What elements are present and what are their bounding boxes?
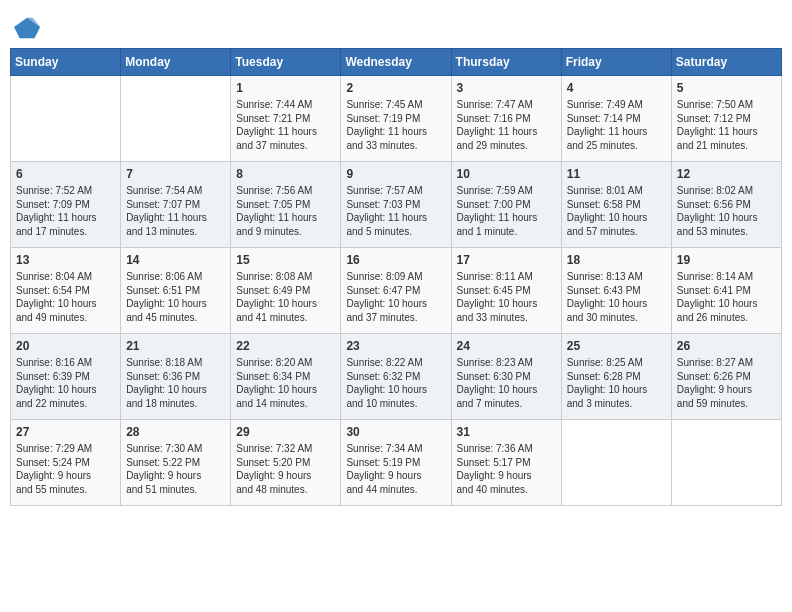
day-number: 4 [567,80,666,96]
calendar-cell: 28Sunrise: 7:30 AM Sunset: 5:22 PM Dayli… [121,420,231,506]
day-info: Sunrise: 7:32 AM Sunset: 5:20 PM Dayligh… [236,442,335,496]
calendar-cell: 22Sunrise: 8:20 AM Sunset: 6:34 PM Dayli… [231,334,341,420]
day-number: 5 [677,80,776,96]
calendar-cell: 29Sunrise: 7:32 AM Sunset: 5:20 PM Dayli… [231,420,341,506]
day-number: 2 [346,80,445,96]
day-info: Sunrise: 7:57 AM Sunset: 7:03 PM Dayligh… [346,184,445,238]
calendar-cell [671,420,781,506]
day-number: 12 [677,166,776,182]
day-number: 20 [16,338,115,354]
day-number: 9 [346,166,445,182]
day-info: Sunrise: 8:04 AM Sunset: 6:54 PM Dayligh… [16,270,115,324]
day-number: 30 [346,424,445,440]
calendar-cell: 10Sunrise: 7:59 AM Sunset: 7:00 PM Dayli… [451,162,561,248]
day-number: 23 [346,338,445,354]
calendar-table: SundayMondayTuesdayWednesdayThursdayFrid… [10,48,782,506]
calendar-cell: 15Sunrise: 8:08 AM Sunset: 6:49 PM Dayli… [231,248,341,334]
day-number: 15 [236,252,335,268]
day-number: 14 [126,252,225,268]
day-info: Sunrise: 7:56 AM Sunset: 7:05 PM Dayligh… [236,184,335,238]
day-number: 24 [457,338,556,354]
day-info: Sunrise: 8:25 AM Sunset: 6:28 PM Dayligh… [567,356,666,410]
weekday-header: Wednesday [341,49,451,76]
calendar-cell: 4Sunrise: 7:49 AM Sunset: 7:14 PM Daylig… [561,76,671,162]
calendar-cell [561,420,671,506]
calendar-cell: 13Sunrise: 8:04 AM Sunset: 6:54 PM Dayli… [11,248,121,334]
day-number: 26 [677,338,776,354]
day-info: Sunrise: 7:30 AM Sunset: 5:22 PM Dayligh… [126,442,225,496]
weekday-header: Monday [121,49,231,76]
day-info: Sunrise: 8:13 AM Sunset: 6:43 PM Dayligh… [567,270,666,324]
calendar-body: 1Sunrise: 7:44 AM Sunset: 7:21 PM Daylig… [11,76,782,506]
day-number: 16 [346,252,445,268]
day-number: 29 [236,424,335,440]
day-info: Sunrise: 7:52 AM Sunset: 7:09 PM Dayligh… [16,184,115,238]
calendar-cell: 6Sunrise: 7:52 AM Sunset: 7:09 PM Daylig… [11,162,121,248]
calendar-cell: 31Sunrise: 7:36 AM Sunset: 5:17 PM Dayli… [451,420,561,506]
day-number: 17 [457,252,556,268]
calendar-cell: 23Sunrise: 8:22 AM Sunset: 6:32 PM Dayli… [341,334,451,420]
day-info: Sunrise: 8:09 AM Sunset: 6:47 PM Dayligh… [346,270,445,324]
day-number: 7 [126,166,225,182]
day-info: Sunrise: 8:23 AM Sunset: 6:30 PM Dayligh… [457,356,556,410]
day-info: Sunrise: 8:02 AM Sunset: 6:56 PM Dayligh… [677,184,776,238]
day-number: 31 [457,424,556,440]
day-number: 18 [567,252,666,268]
calendar-cell: 3Sunrise: 7:47 AM Sunset: 7:16 PM Daylig… [451,76,561,162]
day-info: Sunrise: 7:49 AM Sunset: 7:14 PM Dayligh… [567,98,666,152]
day-info: Sunrise: 8:22 AM Sunset: 6:32 PM Dayligh… [346,356,445,410]
weekday-header: Saturday [671,49,781,76]
day-number: 1 [236,80,335,96]
calendar-cell: 19Sunrise: 8:14 AM Sunset: 6:41 PM Dayli… [671,248,781,334]
page-header [10,10,782,42]
calendar-header: SundayMondayTuesdayWednesdayThursdayFrid… [11,49,782,76]
day-info: Sunrise: 7:44 AM Sunset: 7:21 PM Dayligh… [236,98,335,152]
weekday-header: Thursday [451,49,561,76]
calendar-cell: 1Sunrise: 7:44 AM Sunset: 7:21 PM Daylig… [231,76,341,162]
calendar-week-row: 13Sunrise: 8:04 AM Sunset: 6:54 PM Dayli… [11,248,782,334]
day-number: 22 [236,338,335,354]
calendar-cell: 20Sunrise: 8:16 AM Sunset: 6:39 PM Dayli… [11,334,121,420]
day-info: Sunrise: 8:11 AM Sunset: 6:45 PM Dayligh… [457,270,556,324]
day-number: 3 [457,80,556,96]
day-info: Sunrise: 8:06 AM Sunset: 6:51 PM Dayligh… [126,270,225,324]
day-info: Sunrise: 8:20 AM Sunset: 6:34 PM Dayligh… [236,356,335,410]
day-number: 6 [16,166,115,182]
day-info: Sunrise: 8:27 AM Sunset: 6:26 PM Dayligh… [677,356,776,410]
day-number: 13 [16,252,115,268]
calendar-cell: 8Sunrise: 7:56 AM Sunset: 7:05 PM Daylig… [231,162,341,248]
weekday-header: Friday [561,49,671,76]
day-info: Sunrise: 8:01 AM Sunset: 6:58 PM Dayligh… [567,184,666,238]
day-number: 19 [677,252,776,268]
calendar-cell: 12Sunrise: 8:02 AM Sunset: 6:56 PM Dayli… [671,162,781,248]
day-info: Sunrise: 8:08 AM Sunset: 6:49 PM Dayligh… [236,270,335,324]
calendar-cell: 16Sunrise: 8:09 AM Sunset: 6:47 PM Dayli… [341,248,451,334]
calendar-week-row: 20Sunrise: 8:16 AM Sunset: 6:39 PM Dayli… [11,334,782,420]
calendar-cell: 30Sunrise: 7:34 AM Sunset: 5:19 PM Dayli… [341,420,451,506]
day-info: Sunrise: 7:34 AM Sunset: 5:19 PM Dayligh… [346,442,445,496]
day-info: Sunrise: 7:45 AM Sunset: 7:19 PM Dayligh… [346,98,445,152]
calendar-cell: 9Sunrise: 7:57 AM Sunset: 7:03 PM Daylig… [341,162,451,248]
calendar-cell: 17Sunrise: 8:11 AM Sunset: 6:45 PM Dayli… [451,248,561,334]
day-info: Sunrise: 7:59 AM Sunset: 7:00 PM Dayligh… [457,184,556,238]
day-info: Sunrise: 8:14 AM Sunset: 6:41 PM Dayligh… [677,270,776,324]
day-info: Sunrise: 8:16 AM Sunset: 6:39 PM Dayligh… [16,356,115,410]
calendar-week-row: 6Sunrise: 7:52 AM Sunset: 7:09 PM Daylig… [11,162,782,248]
calendar-week-row: 27Sunrise: 7:29 AM Sunset: 5:24 PM Dayli… [11,420,782,506]
day-number: 10 [457,166,556,182]
calendar-cell: 25Sunrise: 8:25 AM Sunset: 6:28 PM Dayli… [561,334,671,420]
day-info: Sunrise: 7:50 AM Sunset: 7:12 PM Dayligh… [677,98,776,152]
calendar-cell: 14Sunrise: 8:06 AM Sunset: 6:51 PM Dayli… [121,248,231,334]
day-info: Sunrise: 7:36 AM Sunset: 5:17 PM Dayligh… [457,442,556,496]
day-info: Sunrise: 7:29 AM Sunset: 5:24 PM Dayligh… [16,442,115,496]
day-number: 21 [126,338,225,354]
calendar-cell: 26Sunrise: 8:27 AM Sunset: 6:26 PM Dayli… [671,334,781,420]
svg-marker-0 [14,18,40,39]
calendar-cell [121,76,231,162]
day-number: 25 [567,338,666,354]
logo [14,14,44,42]
calendar-cell: 21Sunrise: 8:18 AM Sunset: 6:36 PM Dayli… [121,334,231,420]
calendar-week-row: 1Sunrise: 7:44 AM Sunset: 7:21 PM Daylig… [11,76,782,162]
logo-icon [14,14,42,42]
calendar-cell: 18Sunrise: 8:13 AM Sunset: 6:43 PM Dayli… [561,248,671,334]
